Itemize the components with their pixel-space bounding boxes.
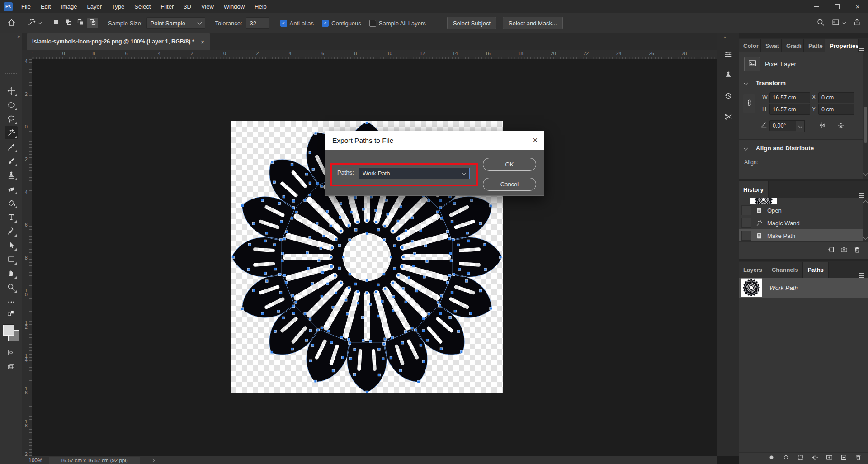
select-and-mask-button[interactable]: Select and Mask...: [503, 17, 563, 29]
hand-tool[interactable]: [5, 266, 18, 279]
subtract-selection-button[interactable]: [75, 18, 86, 28]
screen-mode-button[interactable]: [5, 361, 18, 374]
delete-state-icon[interactable]: [854, 246, 861, 255]
x-field[interactable]: 0 cm: [818, 92, 854, 103]
tab-patte[interactable]: Patte: [804, 39, 825, 52]
history-panel-button[interactable]: [721, 88, 736, 104]
eraser-tool[interactable]: [5, 182, 18, 195]
minimize-button[interactable]: [806, 0, 826, 13]
history-item-make-path[interactable]: Make Path: [739, 229, 863, 242]
scissors-panel-button[interactable]: [721, 109, 736, 124]
height-field[interactable]: 16.57 cm: [769, 104, 810, 115]
history-source-slot[interactable]: [741, 218, 751, 228]
menu-file[interactable]: File: [16, 0, 36, 13]
link-dimensions-button[interactable]: [743, 94, 755, 113]
horizontal-ruler[interactable]: 121086420246810121416182022242628: [32, 50, 717, 60]
foreground-color-swatch[interactable]: [3, 325, 14, 336]
expand-dock-icon[interactable]: «: [724, 35, 726, 40]
tab-color[interactable]: Color: [739, 39, 761, 52]
brush-settings-panel-button[interactable]: [721, 47, 736, 62]
edit-toolbar-tool[interactable]: [5, 295, 18, 308]
cancel-button[interactable]: Cancel: [483, 178, 536, 191]
ruler-corner[interactable]: [22, 50, 32, 60]
sample-size-select[interactable]: Point Sample: [146, 17, 205, 29]
tab-layers[interactable]: Layers: [739, 262, 767, 278]
menu-help[interactable]: Help: [250, 0, 272, 13]
dialog-title-bar[interactable]: Export Paths to File ×: [325, 131, 544, 150]
tab-swat[interactable]: Swat: [761, 39, 782, 52]
align-collapse-icon[interactable]: [744, 146, 748, 151]
dashed-rect-button[interactable]: [797, 454, 804, 463]
lasso-tool[interactable]: [5, 112, 18, 125]
menu-3d[interactable]: 3D: [179, 0, 196, 13]
tab-properties[interactable]: Properties: [825, 39, 859, 52]
eyedropper-tool[interactable]: [5, 140, 18, 153]
move-tool[interactable]: [5, 84, 18, 97]
restore-button[interactable]: [826, 0, 847, 13]
add-selection-button[interactable]: [63, 18, 74, 28]
width-field[interactable]: 16.57 cm: [769, 92, 810, 103]
menu-edit[interactable]: Edit: [36, 0, 56, 13]
transform-collapse-icon[interactable]: [744, 81, 748, 85]
fill-circle-button[interactable]: [768, 454, 775, 463]
history-source-slot[interactable]: [741, 205, 751, 215]
rectangle-tool[interactable]: [5, 252, 18, 265]
pen-tool[interactable]: [5, 224, 18, 237]
clone-source-panel-button[interactable]: [721, 67, 736, 83]
mask-rect-button[interactable]: [826, 454, 833, 463]
y-field[interactable]: 0 cm: [818, 104, 854, 115]
angle-dropdown-button[interactable]: [796, 120, 805, 132]
marquee-tool[interactable]: [5, 98, 18, 111]
checkbox-contiguous[interactable]: ✓Contiguous: [322, 20, 361, 27]
quick-mask-button[interactable]: [5, 347, 18, 360]
document-size-info[interactable]: 16.57 cm x 16.57 cm (92 ppi): [49, 457, 140, 464]
tool-preset-button[interactable]: [28, 16, 41, 30]
menu-view[interactable]: View: [196, 0, 219, 13]
collapse-toolbar-icon[interactable]: »: [17, 34, 19, 39]
vertical-ruler[interactable]: 4202468101214161820: [22, 59, 32, 456]
menu-filter[interactable]: Filter: [156, 0, 179, 13]
default-colors-icon[interactable]: [5, 308, 18, 321]
checkbox-anti-alias[interactable]: ✓Anti-alias: [280, 20, 314, 27]
ok-button[interactable]: OK: [483, 158, 536, 171]
tab-paths[interactable]: Paths: [803, 262, 828, 278]
brush-tool[interactable]: [5, 154, 18, 167]
magic-wand-tool[interactable]: [5, 126, 18, 139]
checkbox-sample-all-layers[interactable]: Sample All Layers: [369, 20, 426, 27]
new-selection-button[interactable]: [51, 18, 61, 28]
zoom-tool[interactable]: [5, 280, 18, 294]
flip-vertical-button[interactable]: [837, 122, 844, 131]
intersect-selection-button[interactable]: [87, 18, 98, 28]
new-document-from-state-icon[interactable]: [827, 246, 835, 255]
clone-stamp-tool[interactable]: [5, 168, 18, 181]
stroke-circle-button[interactable]: [783, 454, 789, 463]
menu-image[interactable]: Image: [56, 0, 82, 13]
paths-dropdown[interactable]: Work Path: [359, 168, 470, 179]
menu-layer[interactable]: Layer: [82, 0, 107, 13]
work-path-row[interactable]: Work Path: [739, 278, 868, 298]
flip-horizontal-button[interactable]: [818, 122, 826, 131]
history-item-magic-wand[interactable]: Magic Wand: [739, 217, 863, 229]
path-selection-tool[interactable]: [5, 238, 18, 251]
status-chevron-icon[interactable]: [151, 459, 154, 462]
type-tool[interactable]: [5, 210, 18, 223]
plus-rect-button[interactable]: [840, 454, 847, 463]
tab-history[interactable]: History: [739, 181, 769, 198]
tab-gradi[interactable]: Gradi: [782, 39, 804, 52]
toolbar-grip[interactable]: [5, 73, 17, 74]
share-button[interactable]: [850, 16, 863, 30]
history-snapshot-row[interactable]: [739, 198, 863, 204]
tolerance-input[interactable]: 32: [246, 17, 269, 29]
search-button[interactable]: [814, 16, 827, 30]
path-handles-button[interactable]: [811, 454, 818, 463]
menu-type[interactable]: Type: [107, 0, 129, 13]
home-button[interactable]: [5, 16, 18, 30]
history-menu-icon[interactable]: [859, 193, 864, 198]
properties-scrollbar[interactable]: [863, 52, 868, 179]
dialog-close-icon[interactable]: ×: [533, 136, 538, 145]
workspace-switcher-button[interactable]: [832, 16, 845, 30]
document-tab-close-icon[interactable]: ×: [201, 38, 205, 46]
history-item-open[interactable]: Open: [739, 204, 863, 217]
new-snapshot-icon[interactable]: [840, 246, 848, 255]
tab-channels[interactable]: Channels: [767, 262, 803, 278]
